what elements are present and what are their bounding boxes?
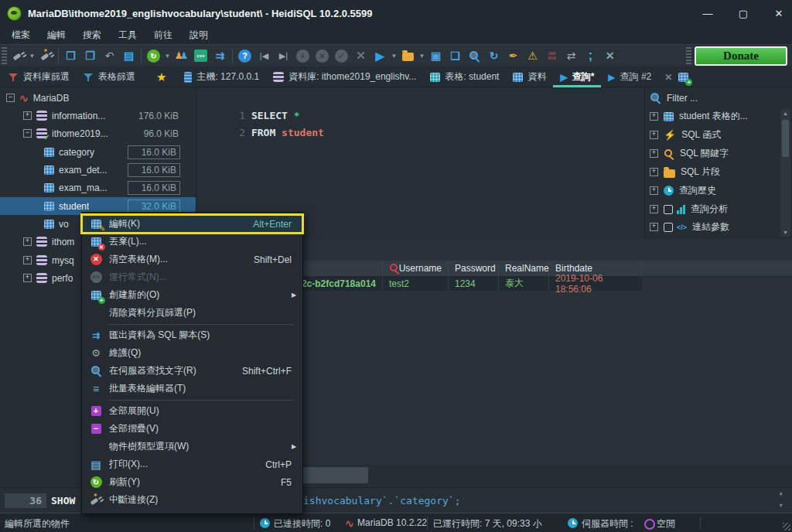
copy-icon[interactable]: ❐ <box>61 46 80 65</box>
cell-realname[interactable]: 泰大 <box>499 276 549 291</box>
open-file-icon[interactable] <box>398 46 418 65</box>
indent-icon[interactable]: ⇄ <box>562 46 581 65</box>
menu-item-collapse-all[interactable]: − 全部摺疊(V) <box>82 420 302 438</box>
menu-goto[interactable]: 前往 <box>145 26 181 44</box>
helper-item-keywords[interactable]: + SQL 關鍵字 <box>645 145 783 162</box>
helper-item-snippets[interactable]: + SQL 片段 <box>645 163 783 181</box>
refresh-icon[interactable]: ↻ <box>144 46 163 65</box>
expand-icon[interactable]: + <box>23 237 32 246</box>
helper-item-history[interactable]: + 查詢歷史 <box>645 182 783 200</box>
menu-item-create-new[interactable]: 創建新的(O) ▶ <box>82 286 302 304</box>
menu-item-print[interactable]: ▤ 打印(X)... Ctrl+P <box>82 455 302 473</box>
menu-tools[interactable]: 工具 <box>110 26 145 44</box>
run-dropdown-icon[interactable]: ▼ <box>390 46 398 65</box>
toolbar-grip[interactable] <box>686 47 691 64</box>
helper-scrollbar[interactable]: ▲ ▼ <box>780 109 790 237</box>
cancel-icon[interactable]: ✕ <box>351 46 370 65</box>
cancel-edit-icon[interactable]: ✕ <box>312 46 332 65</box>
connect-icon[interactable] <box>9 46 28 65</box>
column-header-password[interactable]: Password <box>449 261 499 276</box>
expand-icon[interactable]: + <box>23 274 32 282</box>
db-filter-button[interactable]: 資料庫篩選 <box>2 67 77 87</box>
new-query-tab-icon[interactable] <box>678 73 688 82</box>
helper-filter-box[interactable]: Filter ... <box>650 92 698 104</box>
column-header-username[interactable]: Username <box>383 261 449 276</box>
toolbar-grip[interactable] <box>2 47 7 64</box>
helper-item-bind-params[interactable]: + </> 連結參數 <box>645 218 783 236</box>
undo-icon[interactable]: ↶ <box>100 46 119 65</box>
last-record-icon[interactable]: ▶| <box>274 46 293 65</box>
helper-item-columns[interactable]: + student 表格的... <box>645 107 783 125</box>
scroll-up-icon[interactable]: ▲ <box>780 109 790 118</box>
expand-icon[interactable]: + <box>23 256 32 264</box>
expand-icon[interactable]: + <box>650 131 658 139</box>
menu-item-find-text-on-server[interactable]: 在伺服器查找文字(R) Shift+Ctrl+F <box>82 362 302 380</box>
save-icon[interactable]: ▣ <box>426 46 446 65</box>
menu-item-disconnect[interactable]: ✶ 中斷連接(Z) <box>82 491 302 509</box>
close-tab-icon[interactable]: ✕ <box>664 72 672 83</box>
print-icon[interactable]: ▤ <box>119 46 138 65</box>
column-header-realname[interactable]: RealName <box>499 261 549 276</box>
filter-input[interactable]: Filter ... <box>667 93 698 104</box>
semicolon-icon[interactable]: ; <box>581 46 600 65</box>
csv-export-icon[interactable]: csv <box>191 46 210 65</box>
expand-icon[interactable]: + <box>650 149 658 158</box>
tree-table-category[interactable]: category 16.0 KiB <box>0 143 196 161</box>
scroll-down-icon[interactable]: ▼ <box>780 228 790 237</box>
menu-item-empty-table[interactable]: ✕ 清空表格(M)... Shift+Del <box>82 251 302 268</box>
menu-item-clear-data-filter[interactable]: 清除資料分頁篩選(P) <box>82 304 302 322</box>
insert-row-icon[interactable]: + <box>293 46 312 65</box>
menu-search[interactable]: 搜索 <box>74 26 110 44</box>
menu-help[interactable]: 說明 <box>181 26 217 44</box>
disconnect-icon[interactable]: ✶ <box>36 46 56 65</box>
run-query-icon[interactable]: ▶ <box>370 46 390 65</box>
collapse-icon[interactable]: − <box>23 129 32 138</box>
menu-item-tree-options[interactable]: 物件樹類型選項(W) ▶ <box>82 438 302 455</box>
help-icon[interactable]: ? <box>235 46 254 65</box>
tree-table-exam-main[interactable]: exam_ma... 16.0 KiB <box>0 179 196 196</box>
tree-db-information-schema[interactable]: + information... 176.0 KiB <box>0 107 196 124</box>
expand-icon[interactable]: + <box>650 223 658 231</box>
scrollbar-thumb[interactable] <box>782 120 789 157</box>
hscrollbar-thumb[interactable] <box>297 467 368 483</box>
minimize-button[interactable]: — <box>701 8 715 19</box>
reformat-icon[interactable]: ↻ <box>484 46 504 65</box>
maximize-button[interactable]: ▢ <box>736 8 750 19</box>
expand-icon[interactable]: + <box>650 112 658 121</box>
tab-data[interactable]: 資料 <box>506 67 553 87</box>
cell-password[interactable]: 1234 <box>449 276 499 291</box>
tree-root-mariadb[interactable]: − ∿ MariaDB <box>0 89 196 107</box>
expand-icon[interactable]: + <box>23 111 32 120</box>
menu-item-bulk-table-editor[interactable]: ≡ 批量表格編輯器(T) <box>82 380 302 397</box>
table-filter-button[interactable]: 表格篩選 <box>77 67 142 87</box>
binary-icon[interactable]: 100010 <box>542 46 562 65</box>
menu-item-edit[interactable]: 編輯(K) Alt+Enter <box>82 215 302 233</box>
first-record-icon[interactable]: |◀ <box>254 46 274 65</box>
tab-query[interactable]: ▶ 查詢* <box>553 67 601 87</box>
expand-icon[interactable]: + <box>650 205 658 213</box>
post-edit-icon[interactable]: ✓ <box>332 46 351 65</box>
expand-icon[interactable]: + <box>650 186 658 195</box>
cell-username[interactable]: test2 <box>383 276 449 291</box>
tree-db-ithome2019[interactable]: − ithome2019... 96.0 KiB <box>0 124 196 142</box>
favorites-star-icon[interactable]: ★ <box>156 70 166 84</box>
close-button[interactable]: ✕ <box>772 8 786 19</box>
tab-table[interactable]: 表格: student <box>423 67 506 87</box>
menu-item-drop[interactable]: 丟棄(L)... <box>82 233 302 251</box>
tree-table-exam-detail[interactable]: exam_det... 16.0 KiB <box>0 161 196 179</box>
tab-host[interactable]: 主機: 127.0.0.1 <box>177 67 266 87</box>
collapse-icon[interactable]: − <box>6 94 15 102</box>
clean-icon[interactable]: ✒ <box>504 46 523 65</box>
log-scrollbar[interactable]: ▲▼ <box>776 490 786 512</box>
cell-birthdate[interactable]: 2019-10-06 18:56:06 <box>549 276 642 291</box>
menu-item-expand-all[interactable]: + 全部展開(U) <box>82 402 302 420</box>
user-manager-icon[interactable]: ♟♟ <box>172 46 191 65</box>
import-export-icon[interactable]: ⇉ <box>210 46 230 65</box>
donate-button[interactable]: Donate <box>695 46 787 66</box>
tab-query2[interactable]: ▶ 查詢 #2 <box>601 67 658 87</box>
checkbox-icon[interactable] <box>664 223 673 232</box>
expand-icon[interactable]: + <box>650 168 658 176</box>
tab-database[interactable]: 資料庫: ithome2019_englishv... <box>266 67 423 87</box>
connect-dropdown-icon[interactable]: ▼ <box>28 46 36 65</box>
menu-item-maintenance[interactable]: ⚙ 維護(Q) <box>82 344 302 362</box>
